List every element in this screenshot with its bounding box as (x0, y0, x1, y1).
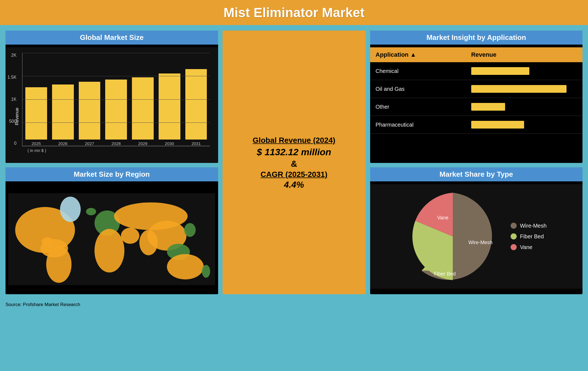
svg-point-16 (42, 237, 53, 245)
pie-legend: Wire-Mesh Fiber Bed Vane (511, 223, 547, 250)
legend-item-vane: Vane (511, 244, 547, 250)
bar-2027: 2027 (79, 82, 101, 146)
bar-other (471, 103, 505, 111)
app-name-chemical: Chemical (370, 62, 466, 80)
svg-point-15 (86, 208, 96, 215)
col-revenue: Revenue (466, 47, 582, 62)
bar-label-2028: 2028 (112, 141, 121, 146)
pie-chart: Wire-Mesh Fiber Bed Vane (406, 190, 500, 283)
app-bar-chemical (466, 62, 582, 80)
global-market-size-label: Global Market Size (6, 31, 218, 45)
amp-symbol: & (253, 159, 335, 169)
y-labels: 2K 1.5K 1K 500 0 (7, 53, 17, 146)
chart-area: 2K 1.5K 1K 500 0 2025 2026 2027 (22, 53, 210, 146)
svg-point-14 (202, 265, 210, 278)
gridline-2k (23, 53, 210, 53)
bar-label-2025: 2025 (32, 141, 41, 146)
pie-label-wire-mesh: Wire-Mesh (468, 240, 493, 245)
y-label-1-5k: 1.5K (7, 75, 17, 80)
table-row: Other (370, 98, 583, 116)
bar-label-2031: 2031 (191, 141, 200, 146)
legend-dot-vane (511, 244, 517, 250)
bar-rect-2030 (159, 73, 180, 140)
bar-rect-2028 (105, 80, 127, 140)
cagr-value: 4.4% (253, 180, 335, 190)
y-label-2k: 2K (7, 53, 17, 58)
bar-label-2027: 2027 (85, 141, 94, 146)
svg-point-7 (121, 228, 139, 244)
bar-2031: 2031 (185, 69, 207, 146)
gridline-1-5k (23, 76, 210, 76)
market-share-type-panel: Market Share by Type Wire-Mesh Fiber Bed… (370, 167, 583, 294)
app-name-oil-gas: Oil and Gas (370, 80, 466, 98)
bar-2026: 2026 (52, 84, 74, 146)
type-chart-container: Wire-Mesh Fiber Bed Vane Wire-Mesh Fiber… (370, 184, 583, 289)
app-bar-pharma (466, 116, 582, 134)
market-size-region-label: Market Size by Region (6, 167, 218, 181)
bar-rect-2029 (132, 77, 154, 140)
page-title: Mist Eliminator Market (0, 5, 588, 20)
app-bar-oil-gas (466, 80, 582, 98)
legend-dot-fiber-bed (511, 233, 517, 239)
y-label-0: 0 (7, 141, 17, 146)
legend-label-vane: Vane (520, 244, 532, 250)
svg-point-13 (167, 254, 204, 279)
app-table-header: Application ▲ Revenue (370, 47, 583, 62)
bar-2028: 2028 (105, 80, 127, 146)
bar-chart-container: Revenue 2K 1.5K 1K 500 0 (6, 47, 218, 163)
chart-unit: ( in mn $ ) (22, 146, 210, 153)
legend-dot-wire-mesh (511, 223, 517, 229)
market-insight-label: Market Insight by Application (370, 31, 583, 45)
pie-label-vane: Vane (437, 215, 448, 220)
app-name-other: Other (370, 98, 466, 116)
legend-item-fiber-bed: Fiber Bed (511, 233, 547, 240)
region-map-container (6, 184, 218, 294)
legend-label-fiber-bed: Fiber Bed (520, 233, 544, 240)
page-header: Mist Eliminator Market (0, 0, 588, 25)
bar-2029: 2029 (132, 77, 154, 146)
bar-rect-2026 (52, 84, 74, 140)
y-label-500: 500 (7, 119, 17, 124)
footer: Source: Profshare Market Research (0, 300, 588, 310)
market-insight-panel: Market Insight by Application Applicatio… (370, 31, 583, 163)
table-row: Chemical (370, 62, 583, 80)
svg-point-4 (46, 246, 72, 283)
bar-rect-2031 (185, 69, 207, 140)
center-panel: Global Revenue (2024) $ 1132.12 million … (223, 31, 366, 294)
bar-oil-gas (471, 85, 567, 93)
pie-label-fiber-bed: Fiber Bed (434, 271, 456, 277)
bar-2030: 2030 (159, 73, 180, 146)
revenue-title: Global Revenue (2024) (253, 135, 335, 146)
table-row: Pharmaceutical (370, 116, 583, 134)
bar-2025: 2025 (25, 87, 47, 146)
bar-pharma (471, 121, 524, 129)
bar-label-2029: 2029 (138, 141, 147, 146)
footer-source: Source: Profshare Market Research (6, 302, 80, 307)
y-label-1k: 1K (7, 97, 17, 102)
market-size-region-panel: Market Size by Region (6, 167, 218, 294)
world-map (8, 187, 215, 291)
bar-rect-2027 (79, 82, 101, 140)
bar-label-2026: 2026 (58, 141, 67, 146)
svg-point-3 (60, 197, 81, 222)
legend-label-wire-mesh: Wire-Mesh (520, 223, 547, 229)
table-row: Oil and Gas (370, 80, 583, 98)
app-bar-other (466, 98, 582, 116)
cagr-title: CAGR (2025-2031) (253, 169, 335, 180)
svg-point-6 (94, 229, 124, 272)
bar-label-2030: 2030 (165, 141, 174, 146)
legend-item-wire-mesh: Wire-Mesh (511, 223, 547, 229)
svg-point-12 (184, 223, 196, 237)
bar-chemical (471, 67, 529, 75)
col-application: Application ▲ (370, 47, 466, 62)
svg-point-11 (139, 230, 158, 255)
bar-rect-2025 (25, 87, 47, 140)
app-name-pharma: Pharmaceutical (370, 116, 466, 134)
center-content: Global Revenue (2024) $ 1132.12 million … (247, 129, 341, 195)
revenue-value: $ 1132.12 million (253, 146, 335, 159)
main-layout: Global Market Size Revenue 2K 1.5K 1K 50… (0, 25, 588, 300)
market-share-type-label: Market Share by Type (370, 167, 583, 181)
global-market-size-panel: Global Market Size Revenue 2K 1.5K 1K 50… (6, 31, 218, 163)
app-table: Application ▲ Revenue Chemical Oil and G… (370, 47, 583, 134)
